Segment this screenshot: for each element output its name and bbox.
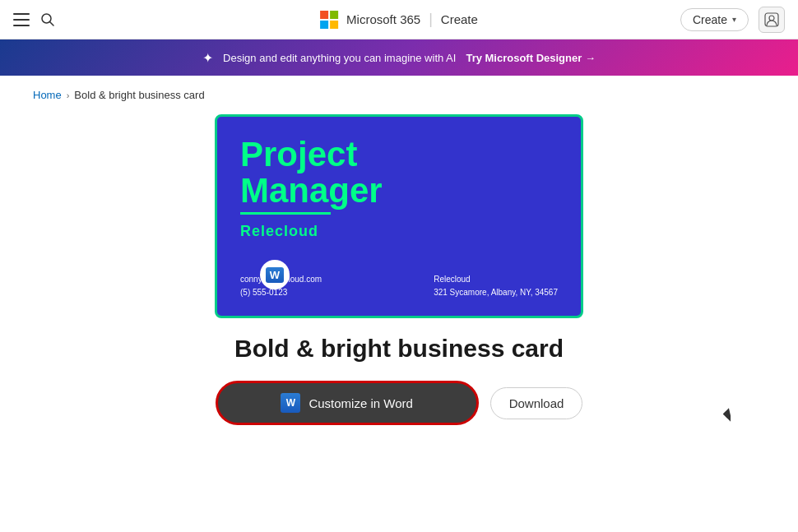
section-label: Create — [441, 12, 478, 26]
template-title: Bold & bright business card — [234, 335, 564, 363]
menu-icon[interactable] — [13, 12, 30, 28]
word-logo-inner: W — [266, 267, 284, 283]
word-logo-circle: W — [260, 260, 290, 289]
card-underline — [240, 212, 331, 215]
word-icon: W — [281, 393, 300, 413]
card-title: Project Manager — [240, 136, 558, 209]
search-icon[interactable] — [39, 12, 56, 28]
card-footer: W conny@relecloud.com (5) 555-0123 Relec… — [240, 273, 558, 299]
banner-text: Design and edit anything you can imagine… — [223, 52, 456, 64]
header-left — [13, 12, 56, 28]
breadcrumb: Home › Bold & bright business card — [0, 76, 798, 114]
microsoft-logo — [320, 11, 338, 29]
chevron-down-icon: ▾ — [732, 15, 736, 24]
breadcrumb-current: Bold & bright business card — [74, 89, 204, 101]
profile-icon[interactable] — [759, 7, 785, 33]
designer-link[interactable]: Try Microsoft Designer → — [466, 52, 595, 64]
header-center: Microsoft 365 | Create — [320, 11, 478, 29]
breadcrumb-home[interactable]: Home — [33, 89, 62, 101]
card-address: Relecloud 321 Sycamore, Albany, NY, 3456… — [434, 273, 558, 299]
app-header: Microsoft 365 | Create Create ▾ — [0, 0, 798, 39]
main-content: Project Manager Relecloud W conny@relecl… — [0, 114, 798, 425]
download-button[interactable]: Download — [490, 387, 583, 419]
card-company: Relecloud — [240, 223, 558, 240]
breadcrumb-separator: › — [67, 90, 70, 100]
header-right: Create ▾ — [680, 7, 785, 33]
customize-button[interactable]: W Customize in Word — [216, 381, 479, 425]
card-preview: Project Manager Relecloud W conny@relecl… — [215, 114, 583, 318]
svg-point-3 — [769, 16, 774, 21]
create-button[interactable]: Create ▾ — [680, 8, 749, 31]
buttons-row: W Customize in Word Download — [216, 381, 583, 425]
promo-banner: ✦ Design and edit anything you can imagi… — [0, 39, 798, 76]
app-name: Microsoft 365 — [346, 12, 420, 26]
svg-line-1 — [50, 21, 54, 25]
sparkle-icon: ✦ — [202, 50, 213, 66]
